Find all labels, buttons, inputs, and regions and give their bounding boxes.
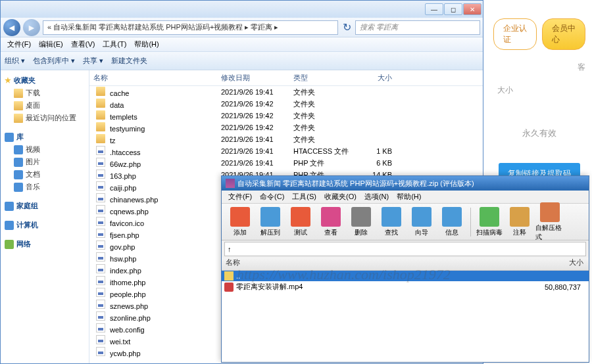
bg-partial-text: 客 <box>578 62 585 73</box>
tool-item-0[interactable]: 组织 ▾ <box>5 56 25 66</box>
rar-tool-注释[interactable]: 注释 <box>505 207 534 237</box>
file-row[interactable]: cache2021/9/26 19:41文件夹 <box>89 86 483 98</box>
file-icon <box>96 323 105 332</box>
sidebar-lib-item-3[interactable]: 音乐 <box>2 181 87 193</box>
php-icon <box>96 300 105 309</box>
sidebar-lib-item-0[interactable]: 视频 <box>2 143 87 156</box>
php-icon <box>96 170 105 179</box>
winrar-toolbar: 添加解压到测试查看删除查找向导信息扫描病毒注释自解压格式 <box>222 204 589 240</box>
php-icon <box>96 181 105 191</box>
nav-forward-button[interactable]: ► <box>23 19 40 36</box>
toolbar: 组织 ▾包含到库中 ▾共享 ▾新建文件夹 <box>1 52 483 70</box>
rar-menu-item-0[interactable]: 文件(F) <box>224 192 256 202</box>
file-row[interactable]: data2021/9/26 19:42文件夹 <box>89 98 483 110</box>
minimize-button[interactable]: — <box>425 3 443 15</box>
column-name[interactable]: 名称 <box>89 73 221 83</box>
php-icon <box>96 193 105 202</box>
folder-icon <box>96 134 105 143</box>
winrar-icon <box>226 179 235 188</box>
winrar-col-name[interactable]: 名称 <box>222 258 536 270</box>
up-icon <box>224 271 234 281</box>
column-size[interactable]: 大小 <box>359 73 399 83</box>
folder-icon <box>96 87 105 96</box>
rar-file-row[interactable]: 零距离安装讲解.mp450,880,737 <box>222 281 589 292</box>
menu-item-0[interactable]: 文件(F) <box>3 39 35 49</box>
sidebar-fav-item-0[interactable]: 下载 <box>2 87 87 99</box>
winrar-path-up[interactable]: ↑ <box>224 242 586 256</box>
rar-tool-向导[interactable]: 向导 <box>407 207 436 237</box>
sidebar-fav-item-1[interactable]: 桌面 <box>2 99 87 112</box>
sidebar-homegroup[interactable]: 家庭组 <box>2 200 87 212</box>
file-row[interactable]: tz2021/9/26 19:41文件夹 <box>89 133 483 145</box>
php-icon <box>96 264 105 273</box>
menu-item-3[interactable]: 工具(T) <box>99 39 130 49</box>
menubar: 文件(F)编辑(E)查看(V)工具(T)帮助(H) <box>1 37 483 52</box>
sidebar-favorites[interactable]: ★收藏夹 <box>2 74 87 87</box>
column-date[interactable]: 修改日期 <box>221 73 293 83</box>
bg-partial-size: 大小 <box>497 85 513 96</box>
winrar-col-size[interactable]: 大小 <box>536 258 589 270</box>
php-icon <box>96 252 105 262</box>
rar-menu-item-5[interactable]: 帮助(H) <box>393 192 425 202</box>
nav-back-button[interactable]: ◄ <box>3 19 20 36</box>
tool-item-1[interactable]: 包含到库中 ▾ <box>33 56 75 66</box>
php-icon <box>96 240 105 250</box>
rar-tool-信息[interactable]: 信息 <box>437 207 466 237</box>
rar-menu-item-3[interactable]: 收藏夹(O) <box>320 192 360 202</box>
rar-tool-添加[interactable]: 添加 <box>226 207 255 237</box>
menu-item-1[interactable]: 编辑(E) <box>35 39 67 49</box>
sidebar-libraries[interactable]: 库 <box>2 131 87 143</box>
rar-tool-扫描病毒[interactable]: 扫描病毒 <box>475 207 504 237</box>
php-icon <box>96 205 105 214</box>
file-row[interactable]: testyuming2021/9/26 19:42文件夹 <box>89 122 483 133</box>
php-icon <box>96 229 105 238</box>
menu-item-2[interactable]: 查看(V) <box>67 39 99 49</box>
rar-tool-自解压格式[interactable]: 自解压格式 <box>535 202 564 242</box>
tool-item-2[interactable]: 共享 ▾ <box>83 56 103 66</box>
close-button[interactable]: ✕ <box>463 3 481 15</box>
file-icon <box>96 335 105 344</box>
search-input[interactable]: 搜索 零距离 <box>355 20 480 35</box>
tool-item-3[interactable]: 新建文件夹 <box>111 56 147 66</box>
rar-file-row[interactable]: .. <box>222 271 589 281</box>
member-center-button[interactable]: 会员中心 <box>542 18 585 50</box>
rar-tool-查看[interactable]: 查看 <box>316 207 345 237</box>
sidebar-fav-item-2[interactable]: 最近访问的位置 <box>2 112 87 124</box>
sidebar: ★收藏夹 下载桌面最近访问的位置 库 视频图片文档音乐 家庭组 计算机 网络 <box>1 70 89 363</box>
maximize-button[interactable]: ◻ <box>444 3 462 15</box>
rar-tool-解压到[interactable]: 解压到 <box>256 207 285 237</box>
winrar-title-text: 自动采集新闻 零距离站群建站系统 PHP网站源码+视频教程.zip (评估版本) <box>237 179 474 189</box>
winrar-titlebar: 自动采集新闻 零距离站群建站系统 PHP网站源码+视频教程.zip (评估版本) <box>222 176 589 191</box>
file-row[interactable]: 66wz.php2021/9/26 19:41PHP 文件6 KB <box>89 157 483 169</box>
address-bar[interactable]: « 自动采集新闻 零距离站群建站系统 PHP网站源码+视频教程 ▸ 零距离 ▸ <box>43 20 338 35</box>
validity-text: 永久有效 <box>522 127 556 139</box>
column-type[interactable]: 类型 <box>293 73 359 83</box>
sidebar-lib-item-2[interactable]: 文档 <box>2 168 87 181</box>
menu-item-4[interactable]: 帮助(H) <box>130 39 162 49</box>
file-icon <box>96 217 105 226</box>
rar-tool-删除[interactable]: 删除 <box>347 207 376 237</box>
sidebar-network[interactable]: 网络 <box>2 238 87 250</box>
file-row[interactable]: templets2021/9/26 19:42文件夹 <box>89 110 483 122</box>
sidebar-computer[interactable]: 计算机 <box>2 219 87 231</box>
titlebar: — ◻ ✕ <box>1 1 483 18</box>
rar-menu-item-2[interactable]: 工具(S) <box>288 192 320 202</box>
winrar-menubar: 文件(F)命令(C)工具(S)收藏夹(O)选项(N)帮助(H) <box>222 191 589 204</box>
folder-icon <box>96 110 105 120</box>
winrar-window: 自动采集新闻 零距离站群建站系统 PHP网站源码+视频教程.zip (评估版本)… <box>221 175 589 363</box>
php-icon <box>96 347 105 356</box>
file-row[interactable]: .htaccess2021/9/26 19:41HTACCESS 文件1 KB <box>89 145 483 157</box>
rar-menu-item-1[interactable]: 命令(C) <box>256 192 288 202</box>
folder-icon <box>96 122 105 131</box>
rar-menu-item-4[interactable]: 选项(N) <box>360 192 393 202</box>
folder-icon <box>96 99 105 108</box>
vid-icon <box>224 283 234 292</box>
rar-tool-测试[interactable]: 测试 <box>286 207 315 237</box>
file-icon <box>96 146 105 155</box>
rar-tool-查找[interactable]: 查找 <box>377 207 406 237</box>
sidebar-lib-item-1[interactable]: 图片 <box>2 156 87 168</box>
refresh-icon[interactable]: ↻ <box>341 21 353 34</box>
php-icon <box>96 158 105 167</box>
php-icon <box>96 311 105 321</box>
enterprise-auth-button[interactable]: 企业认证 <box>493 18 537 50</box>
